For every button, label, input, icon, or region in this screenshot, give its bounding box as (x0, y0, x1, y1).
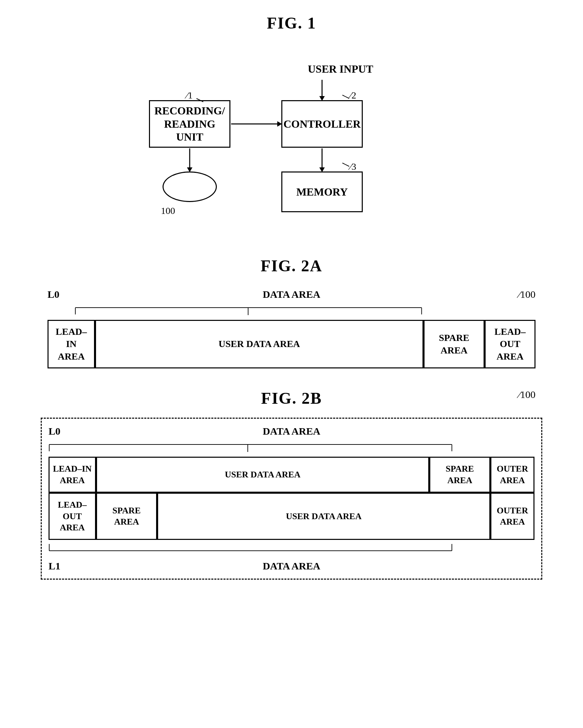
fig2b-l0-brace (49, 438, 534, 455)
fig1-title: FIG. 1 (27, 14, 556, 32)
cell-2b-spare2: SPARE AREA (96, 493, 157, 540)
cell-2b-leadin: LEAD–INAREA (49, 457, 96, 493)
recording-unit-box: RECORDING/READING UNIT (149, 100, 230, 148)
cell-2b-userdata1: USER DATA AREA (96, 457, 429, 493)
user-input-label: USER INPUT (308, 63, 373, 75)
fig2b-data-area-bottom: DATA AREA (263, 560, 320, 572)
svg-line-10 (342, 163, 349, 166)
cell-2b-spare1: SPARE AREA (429, 457, 490, 493)
svg-line-9 (342, 95, 349, 98)
cell-lead-out-2a: LEAD–OUTAREA (485, 320, 535, 368)
fig2b-data-area-top: DATA AREA (263, 425, 320, 437)
fig1-inner: USER INPUT RECORDING/READING UNIT CONTRO… (139, 46, 444, 222)
cell-spare-2a: SPARE AREA (424, 320, 485, 368)
fig2b-outer-border: L0 DATA AREA LEAD–INAREA USER DATA AREA … (41, 418, 542, 580)
fig2b-l1-label: L1 (49, 560, 76, 572)
cell-2b-outer2: OUTERAREA (490, 493, 534, 540)
cell-2b-leadout: LEAD–OUTAREA (49, 493, 96, 540)
fig2a-brace-svg (75, 301, 508, 318)
fig2b-diagram: L0 DATA AREA LEAD–INAREA USER DATA AREA … (41, 418, 542, 580)
fig2b-row1: LEAD–INAREA USER DATA AREA SPARE AREA OU… (49, 457, 534, 493)
fig2b-l1-brace (49, 541, 534, 558)
fig2a-diagram: L0 DATA AREA ∕100 LEAD–INAREA USER DATA … (27, 289, 556, 368)
fig2a-ref100: ∕100 (519, 289, 535, 300)
cell-lead-in-2a: LEAD–INAREA (48, 320, 95, 368)
fig2b-l1-row: L1 DATA AREA (49, 560, 534, 572)
fig2b-title-area: FIG. 2B ∕100 (27, 389, 556, 407)
fig1-diagram: USER INPUT RECORDING/READING UNIT CONTRO… (27, 46, 556, 236)
fig2a-title: FIG. 2A (27, 256, 556, 275)
fig2a-data-area-label: DATA AREA (263, 289, 320, 300)
fig2a-l0: L0 (48, 289, 75, 300)
disk-ellipse (163, 171, 217, 202)
label-100: 100 (161, 205, 175, 216)
fig2b-l0: L0 (49, 425, 76, 437)
fig2b-ref100-outer: ∕100 (519, 389, 535, 400)
controller-box: CONTROLLER (281, 100, 363, 148)
label-1: ∕1 (186, 90, 193, 101)
label-3: ∕3 (350, 161, 356, 172)
fig2b-row2: LEAD–OUTAREA SPARE AREA USER DATA AREA O… (49, 493, 534, 540)
fig2b-title: FIG. 2B (261, 389, 322, 407)
fig2a-cells: LEAD–INAREA USER DATA AREA SPARE AREA LE… (48, 320, 535, 368)
cell-user-data-2a: USER DATA AREA (95, 320, 424, 368)
cell-2b-outer1: OUTERAREA (490, 457, 534, 493)
memory-box: MEMORY (281, 171, 363, 212)
fig2a-inner: L0 DATA AREA ∕100 LEAD–INAREA USER DATA … (48, 289, 535, 368)
cell-2b-userdata2: USER DATA AREA (157, 493, 490, 540)
label-2: ∕2 (350, 90, 356, 101)
